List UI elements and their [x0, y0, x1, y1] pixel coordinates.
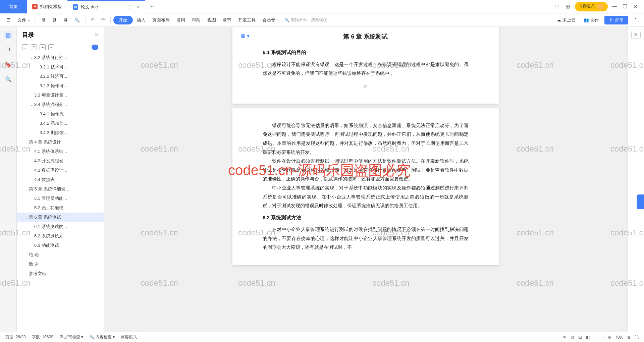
close-panel-icon[interactable]: × — [95, 32, 98, 39]
tab-home[interactable]: 首页 — [0, 0, 27, 13]
save-icon[interactable]: 🖫 — [39, 16, 48, 24]
outline-title: 目录 — [22, 31, 34, 39]
maximize-icon[interactable]: ☐ — [623, 3, 629, 10]
document-page: 错误可能会导致无法估量的后果，如系统崩溃，安全信息泄露，系统无法正常启动等，为了… — [232, 108, 499, 265]
paragraph: 程序设计不能保证没有错误，这是一个开发过程，在错误或错误的过程中都是难以避免的。… — [263, 60, 469, 78]
print-icon[interactable]: 🖶 — [61, 16, 70, 24]
document-page: ▦ ▾ 第 6 章 系统测试 6.1 系统测试的目的 程序设计不能保证没有错误，… — [232, 27, 499, 104]
print-preview-icon[interactable]: 🔍 — [72, 16, 83, 24]
bookmark-icon[interactable]: 🔖 — [4, 60, 12, 68]
outline-item[interactable]: 3.3 项目设计目... — [17, 91, 104, 100]
outline-item[interactable]: 4.4 数据表 — [17, 175, 104, 184]
outline-item[interactable]: 3.4.1 操作流... — [17, 109, 104, 119]
minimize-icon[interactable]: — — [612, 3, 619, 10]
new-tab-button[interactable]: + — [145, 0, 159, 13]
outline-item[interactable]: ⌄第 6 章 系统测试 — [17, 213, 104, 222]
outline-item[interactable]: 参考文献 — [17, 269, 104, 278]
outline-item[interactable]: 3.4.2 添加信... — [17, 119, 104, 128]
outline-item[interactable]: 3.4.3 删除信... — [17, 128, 104, 137]
remove-heading-icon[interactable]: − — [48, 44, 54, 50]
outline-item[interactable]: 4.3 数据库设计... — [17, 166, 104, 175]
tab-insert[interactable]: 插入 — [134, 16, 148, 24]
outline-item[interactable]: ⌄第 4 章 系统设计 — [17, 137, 104, 147]
outline-item[interactable]: 6.1 系统测试的... — [17, 222, 104, 231]
paragraph: 在对中小企业人事管理系统进行测试的时候在找到问题的情况下必须在第一时间找到解决问… — [263, 225, 469, 252]
left-rail: ▤ 🗋 🔖 🔍 — [0, 27, 17, 332]
share-button[interactable]: ⇧ 分享 — [604, 16, 628, 24]
page-icon[interactable]: 🗋 — [4, 46, 12, 54]
close-icon[interactable]: × — [137, 4, 140, 10]
outline-item[interactable]: ⌄3.4 系统流程分... — [17, 100, 104, 109]
close-window-icon[interactable]: ✕ — [633, 3, 640, 10]
main-area: ▤ 🗋 🔖 🔍 目录 × ⌄ ⌃ + − ⌄3.2 系统可行性...3.2.1 … — [0, 27, 644, 332]
zoom-level[interactable]: 70% — [615, 335, 623, 340]
collapse-ribbon-icon[interactable]: ⌃ — [631, 16, 640, 24]
login-label: 立即登录 — [579, 4, 595, 9]
file-menu[interactable]: 文件 ⌄ — [15, 16, 33, 24]
cloud-status[interactable]: ☁ 未上云 — [554, 16, 578, 24]
outline-icon[interactable]: ▤ — [4, 31, 12, 39]
side-collapse-tab[interactable] — [637, 194, 644, 209]
fit-icon[interactable]: ▯ — [601, 335, 604, 340]
collaborate-button[interactable]: 👥 协作 — [581, 16, 602, 24]
redo-icon[interactable]: ↷ — [99, 16, 108, 24]
outline-item[interactable]: 6.2 系统测试方... — [17, 231, 104, 241]
outline-item[interactable]: 3.2.2 经济可... — [17, 72, 104, 81]
statusbar: 页面: 28/33 字数: 10609 ☑ 拼写检查 ▾ 🔍 内容检查 ▾ 兼容… — [0, 332, 644, 342]
word-count[interactable]: 字数: 10609 — [32, 334, 53, 340]
outline-item[interactable]: 4.1 系统体系结... — [17, 147, 104, 156]
save-as-icon[interactable]: 🗐 — [50, 16, 59, 24]
view-page-icon[interactable]: ▥ — [571, 335, 574, 340]
view-outline-icon[interactable]: ▤ — [578, 335, 582, 340]
tab-label: 找稻壳模板 — [40, 4, 62, 10]
add-heading-icon[interactable]: + — [40, 44, 46, 50]
outline-item[interactable]: 结 论 — [17, 250, 104, 260]
search-icon[interactable]: 🔍 — [4, 75, 12, 83]
tab-template[interactable]: ✦ 找稻壳模板 — [27, 0, 67, 13]
login-button[interactable]: 立即登录 — [575, 2, 608, 11]
tab-member[interactable]: 会员专› — [260, 16, 280, 24]
tab-start[interactable]: 开始 — [113, 16, 133, 24]
reading-mode-icon[interactable]: ▭ — [594, 335, 597, 340]
outline-item[interactable]: 6.3 功能测试 — [17, 241, 104, 250]
compat-mode[interactable]: 兼容模式 — [121, 334, 137, 340]
expand-all-icon[interactable]: ⌃ — [31, 44, 37, 50]
window-layout-icon[interactable]: ◫ — [553, 3, 560, 10]
menu-icon[interactable]: ☰ — [4, 16, 13, 24]
outline-item[interactable]: 致 谢 — [17, 260, 104, 269]
outline-item[interactable]: 3.2.3 操作可... — [17, 81, 104, 91]
search-commands[interactable]: 🔍 查找命令、搜索模板 — [282, 16, 330, 24]
outline-item[interactable]: ⌄3.2 系统可行性... — [17, 53, 104, 62]
outline-item[interactable]: 5.2 员工功能模... — [17, 203, 104, 213]
fullscreen-icon[interactable]: ⛶ — [635, 335, 639, 340]
tab-view[interactable]: 视图 — [205, 16, 219, 24]
outline-toolbar: ⌄ ⌃ + − — [17, 43, 104, 53]
tab-references[interactable]: 引用 — [174, 16, 188, 24]
outline-item[interactable]: 4.2 开发流程设... — [17, 156, 104, 166]
document-viewport[interactable]: ▦ ▾ 第 6 章 系统测试 6.1 系统测试的目的 程序设计不能保证没有错误，… — [104, 27, 627, 332]
eye-icon[interactable]: 👁 — [562, 335, 567, 340]
tab-review[interactable]: 审阅 — [189, 16, 203, 24]
page-indicator[interactable]: 页面: 28/33 — [5, 334, 26, 340]
zoom-in-icon[interactable]: ⊕ — [627, 335, 631, 340]
tab-document[interactable]: W 论文.doc ▢ × — [67, 0, 145, 13]
chat-bubble-icon[interactable] — [92, 45, 98, 50]
view-web-icon[interactable]: ◧ — [586, 335, 590, 340]
properties-icon[interactable]: ≡ — [631, 31, 641, 39]
presentation-mode-icon[interactable]: ▢ — [127, 4, 131, 9]
zoom-out-icon[interactable]: ⊖ — [608, 335, 611, 340]
page-number: 24 — [263, 83, 469, 90]
outline-item[interactable]: 5.1 管理员功能... — [17, 194, 104, 203]
apps-grid-icon[interactable]: ⊞ — [564, 3, 571, 10]
spellcheck-toggle[interactable]: ☑ 拼写检查 ▾ — [59, 334, 84, 340]
outline-item[interactable]: ⌄第 5 章 系统详细设... — [17, 184, 104, 194]
undo-icon[interactable]: ↶ — [88, 16, 97, 24]
content-check[interactable]: 🔍 内容检查 ▾ — [89, 334, 115, 340]
tab-developer[interactable]: 开发工具 — [235, 16, 258, 24]
collapse-all-icon[interactable]: ⌄ — [22, 44, 28, 50]
tab-label: 论文.doc — [81, 4, 98, 10]
tab-layout[interactable]: 页面布局 — [150, 16, 172, 24]
outline-item[interactable]: 3.2.1 技术可... — [17, 62, 104, 72]
tab-chapter[interactable]: 章节 — [220, 16, 234, 24]
page-settings-icon[interactable]: ▦ ▾ — [240, 31, 250, 41]
